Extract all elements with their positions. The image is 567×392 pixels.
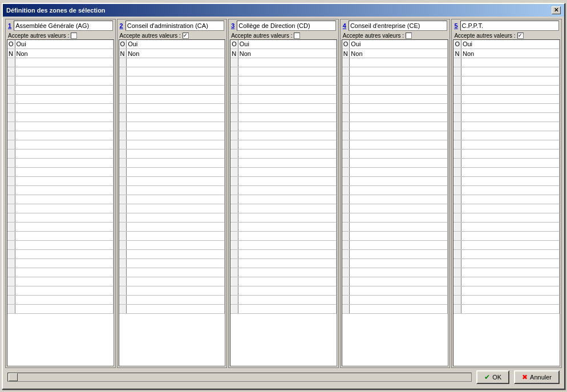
value-cell[interactable] (127, 131, 225, 140)
value-cell[interactable] (127, 86, 225, 95)
value-cell[interactable]: Non (127, 49, 225, 58)
table-row[interactable] (119, 67, 225, 76)
table-row[interactable] (7, 213, 113, 223)
value-cell[interactable] (461, 204, 559, 213)
table-row[interactable] (119, 186, 225, 195)
table-row[interactable] (119, 86, 225, 95)
table-row[interactable] (7, 186, 113, 195)
value-cell[interactable] (350, 122, 448, 131)
value-cell[interactable] (350, 305, 448, 314)
table-row[interactable] (7, 131, 113, 140)
value-cell[interactable] (15, 195, 113, 204)
value-cell[interactable] (15, 58, 113, 67)
table-row[interactable] (230, 58, 336, 67)
table-row[interactable] (7, 140, 113, 149)
value-cell[interactable] (461, 159, 559, 168)
value-cell[interactable] (461, 250, 559, 259)
table-row[interactable]: NNon (342, 49, 448, 58)
value-cell[interactable] (238, 76, 336, 86)
value-cell[interactable] (15, 149, 113, 159)
value-cell[interactable] (350, 259, 448, 268)
table-row[interactable]: NNon (119, 49, 225, 58)
value-cell[interactable] (15, 204, 113, 213)
table-row[interactable] (119, 58, 225, 67)
table-row[interactable] (7, 95, 113, 104)
horizontal-scrollbar[interactable] (7, 373, 472, 382)
value-cell[interactable] (350, 76, 448, 86)
value-cell[interactable] (238, 122, 336, 131)
table-row[interactable] (7, 113, 113, 122)
value-cell[interactable] (127, 95, 225, 104)
table-row[interactable] (230, 104, 336, 113)
value-cell[interactable] (127, 159, 225, 168)
table-row[interactable] (453, 86, 559, 95)
value-cell[interactable] (238, 250, 336, 259)
value-cell[interactable] (127, 204, 225, 213)
value-cell[interactable] (461, 259, 559, 268)
table-row[interactable] (453, 140, 559, 149)
value-cell[interactable] (350, 213, 448, 223)
table-row[interactable] (230, 95, 336, 104)
value-cell[interactable] (350, 95, 448, 104)
table-row[interactable] (119, 241, 225, 250)
table-row[interactable] (453, 223, 559, 232)
table-row[interactable] (230, 277, 336, 286)
col-accepts-checkbox-5[interactable] (517, 33, 524, 39)
table-row[interactable] (230, 159, 336, 168)
value-cell[interactable] (15, 259, 113, 268)
table-row[interactable] (119, 232, 225, 241)
value-cell[interactable] (461, 223, 559, 232)
table-row[interactable] (342, 168, 448, 177)
col-accepts-checkbox-3[interactable] (294, 33, 300, 39)
table-row[interactable] (7, 76, 113, 86)
value-cell[interactable] (127, 67, 225, 76)
table-row[interactable] (119, 213, 225, 223)
col-number-3[interactable]: 3 (231, 22, 234, 29)
table-row[interactable]: OOui (7, 40, 113, 49)
table-row[interactable] (230, 76, 336, 86)
value-cell[interactable] (127, 177, 225, 186)
table-row[interactable] (230, 268, 336, 277)
value-cell[interactable] (127, 104, 225, 113)
value-cell[interactable] (461, 168, 559, 177)
value-cell[interactable] (238, 223, 336, 232)
table-row[interactable] (119, 95, 225, 104)
table-row[interactable] (453, 286, 559, 296)
value-cell[interactable] (238, 113, 336, 122)
value-cell[interactable] (15, 305, 113, 314)
table-row[interactable] (119, 268, 225, 277)
col-accepts-checkbox-1[interactable] (71, 33, 77, 39)
col-title-input-1[interactable] (14, 21, 112, 31)
value-cell[interactable] (238, 268, 336, 277)
table-row[interactable] (453, 250, 559, 259)
table-row[interactable] (453, 177, 559, 186)
value-cell[interactable] (350, 86, 448, 95)
table-row[interactable] (230, 204, 336, 213)
value-cell[interactable] (15, 177, 113, 186)
value-cell[interactable] (350, 149, 448, 159)
table-row[interactable]: OOui (342, 40, 448, 49)
value-cell[interactable] (461, 104, 559, 113)
value-cell[interactable] (238, 213, 336, 223)
value-cell[interactable] (350, 67, 448, 76)
value-cell[interactable] (15, 277, 113, 286)
table-row[interactable] (453, 113, 559, 122)
value-cell[interactable] (127, 259, 225, 268)
table-row[interactable]: NNon (453, 49, 559, 58)
table-row[interactable] (230, 149, 336, 159)
table-row[interactable] (7, 204, 113, 213)
value-cell[interactable] (238, 86, 336, 95)
table-row[interactable] (7, 168, 113, 177)
table-row[interactable] (453, 131, 559, 140)
value-cell[interactable]: Oui (238, 40, 336, 49)
table-row[interactable] (230, 122, 336, 131)
value-cell[interactable] (350, 58, 448, 67)
table-row[interactable] (230, 223, 336, 232)
table-row[interactable] (119, 223, 225, 232)
table-row[interactable] (342, 113, 448, 122)
table-row[interactable] (342, 104, 448, 113)
table-row[interactable] (119, 76, 225, 86)
table-row[interactable] (119, 104, 225, 113)
table-row[interactable] (453, 67, 559, 76)
table-row[interactable] (7, 232, 113, 241)
